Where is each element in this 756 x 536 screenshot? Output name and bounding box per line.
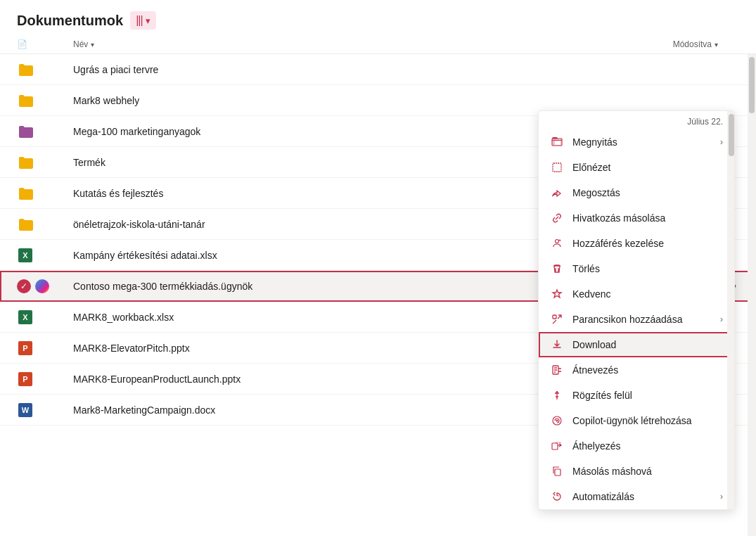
file-icon-area: W — [17, 402, 73, 419]
rename-icon — [550, 363, 564, 377]
automate-icon — [550, 490, 564, 504]
more-options-button[interactable]: ••• — [722, 91, 739, 110]
file-icon-area — [17, 216, 73, 233]
folder-icon — [17, 61, 34, 78]
ppt-file-icon: P — [17, 371, 34, 388]
copilot-agent-icon — [550, 414, 564, 428]
context-menu-scrollbar[interactable] — [727, 111, 734, 509]
word-file-icon: W — [17, 402, 34, 419]
col-modified-sort-icon: ▾ — [715, 41, 718, 49]
copilot-file-icon — [35, 279, 49, 293]
col-name-header[interactable]: Név ▾ — [73, 39, 598, 49]
menu-item-label: Áthelyezés — [572, 440, 723, 452]
folder-icon — [17, 123, 34, 140]
col-modified-header[interactable]: Módosítva ▾ — [598, 39, 739, 49]
menu-item-copilot-agent[interactable]: Copilot-ügynök létrehozása — [539, 408, 734, 433]
menu-item-rename[interactable]: Átnevezés — [539, 357, 734, 383]
col-icon-header: 📄 — [17, 39, 73, 49]
pin-icon — [550, 388, 564, 402]
menu-item-download[interactable]: Download — [539, 332, 734, 357]
file-icon-area — [17, 92, 73, 109]
file-icon-area: ✓ — [17, 279, 73, 293]
menu-item-open[interactable]: Megnyitás › — [539, 129, 734, 155]
file-icon-area — [17, 154, 73, 171]
preview-icon — [550, 160, 564, 174]
col-name-sort-icon: ▾ — [91, 41, 94, 49]
svg-point-2 — [556, 240, 559, 243]
menu-item-label: Parancsikon hozzáadása — [572, 314, 712, 325]
menu-item-shortcut[interactable]: Parancsikon hozzáadása › — [539, 307, 734, 332]
menu-item-copy[interactable]: Másolás máshová — [539, 459, 734, 484]
access-icon — [550, 236, 564, 250]
move-icon — [550, 439, 564, 453]
main-scrollbar-thumb — [749, 57, 755, 113]
sync-status-icon: ✓ — [17, 279, 31, 293]
file-icon-area — [17, 61, 73, 78]
excel-file-icon: X — [17, 247, 34, 264]
folder-icon — [17, 154, 34, 171]
folder-icon — [17, 185, 34, 202]
view-icon: ||| — [136, 14, 142, 27]
menu-item-label: Megnyitás — [572, 136, 712, 148]
menu-item-label: Hivatkozás másolása — [572, 212, 723, 224]
svg-point-8 — [556, 420, 558, 422]
folder-icon — [17, 216, 34, 233]
context-menu-date: Július 22. — [539, 111, 734, 129]
menu-item-share[interactable]: Megosztás — [539, 180, 734, 205]
menu-item-copy-link[interactable]: Hivatkozás másolása — [539, 205, 734, 231]
shortcut-icon — [550, 312, 564, 326]
more-options-button[interactable]: ••• — [722, 60, 739, 79]
file-icon-area: P — [17, 340, 73, 357]
menu-item-manage-access[interactable]: Hozzáférés kezelése — [539, 231, 734, 256]
menu-item-label: Rögzítés felül — [572, 390, 723, 401]
scrollbar-thumb — [729, 114, 734, 156]
menu-item-label: Copilot-ügynök létrehozása — [572, 415, 723, 426]
menu-item-pin-top[interactable]: Rögzítés felül — [539, 383, 734, 408]
menu-item-label: Előnézet — [572, 162, 723, 173]
menu-item-move[interactable]: Áthelyezés — [539, 433, 734, 459]
svg-rect-1 — [553, 163, 561, 172]
menu-item-label: Kedvenc — [572, 288, 723, 300]
svg-rect-9 — [552, 443, 558, 449]
menu-item-label: Download — [572, 339, 723, 350]
file-icon-area — [17, 185, 73, 202]
submenu-arrow-icon: › — [720, 314, 723, 324]
menu-item-label: Megosztás — [572, 187, 723, 198]
submenu-arrow-icon: › — [720, 137, 723, 147]
view-toggle-button[interactable]: ||| ▾ — [130, 11, 155, 30]
share-icon — [550, 186, 564, 200]
menu-item-label: Hozzáférés kezelése — [572, 238, 723, 249]
menu-item-automate[interactable]: Automatizálás › — [539, 484, 734, 509]
excel-file-icon: X — [17, 309, 34, 326]
col-name-label: Név — [73, 39, 88, 49]
menu-item-label: Automatizálás — [572, 491, 712, 502]
favorite-icon — [550, 287, 564, 301]
svg-rect-10 — [555, 469, 560, 476]
header: Dokumentumok ||| ▾ — [0, 0, 756, 35]
file-list: Ugrás a piaci tervre ••• Mark8 webhely •… — [0, 54, 756, 536]
list-item[interactable]: Ugrás a piaci tervre ••• — [0, 54, 756, 85]
menu-item-favorite[interactable]: Kedvenc — [539, 281, 734, 307]
file-icon-area: X — [17, 247, 73, 264]
file-name: Ugrás a piaci tervre — [73, 64, 722, 75]
file-icon-area — [17, 123, 73, 140]
main-scrollbar[interactable] — [748, 54, 756, 536]
copy-icon — [550, 464, 564, 478]
menu-item-preview[interactable]: Előnézet — [539, 155, 734, 180]
submenu-arrow-icon: › — [720, 492, 723, 502]
file-type-header-icon: 📄 — [17, 39, 27, 49]
context-menu: Július 22. Megnyitás › Előnézet Megosztá… — [538, 110, 735, 510]
col-modified-label: Módosítva — [673, 39, 712, 49]
page-title: Dokumentumok — [17, 13, 123, 29]
menu-item-label: Törlés — [572, 263, 723, 274]
file-icon-area: P — [17, 371, 73, 388]
menu-item-label: Másolás máshová — [572, 466, 723, 477]
file-name: Mark8 webhely — [73, 95, 722, 106]
view-chevron-icon: ▾ — [146, 15, 150, 26]
menu-item-delete[interactable]: Törlés — [539, 256, 734, 281]
folder-icon — [17, 92, 34, 109]
column-headers: 📄 Név ▾ Módosítva ▾ — [0, 35, 756, 54]
link-icon — [550, 211, 564, 225]
delete-icon — [550, 262, 564, 276]
svg-point-6 — [556, 391, 558, 393]
